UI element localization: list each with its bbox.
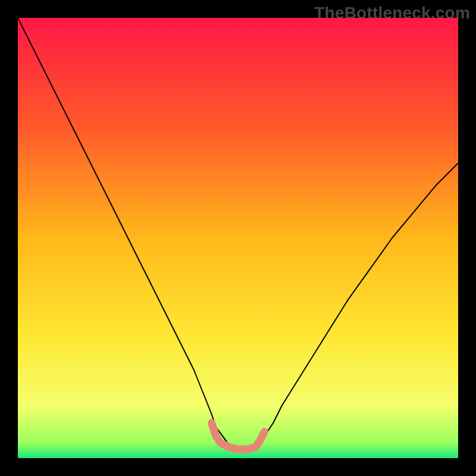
chart-svg <box>18 18 458 458</box>
plot-area <box>18 18 458 458</box>
chart-frame: TheBottleneck.com <box>0 0 476 476</box>
